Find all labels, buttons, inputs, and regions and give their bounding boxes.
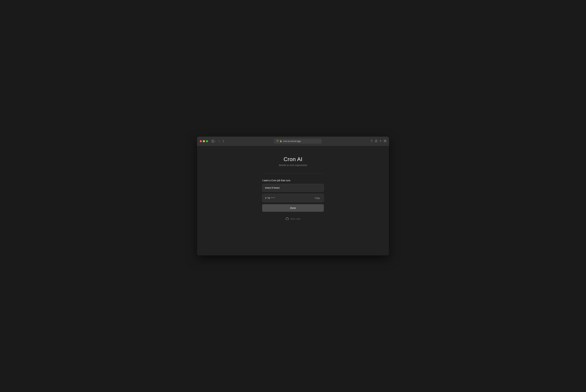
app-subtitle: Words to cron expression bbox=[279, 164, 307, 166]
browser-actions bbox=[371, 140, 386, 143]
browser-controls bbox=[211, 140, 225, 143]
svg-rect-4 bbox=[384, 140, 385, 141]
sidebar-toggle-button[interactable] bbox=[211, 140, 216, 142]
browser-content: Cron AI Words to cron expression I want … bbox=[197, 146, 389, 256]
tab-overview-button[interactable] bbox=[384, 140, 386, 142]
traffic-light-red[interactable] bbox=[200, 140, 202, 142]
address-bar-container: 🔒 cron-ai.vercel.app bbox=[227, 139, 368, 144]
done-button[interactable]: Done bbox=[262, 204, 324, 212]
share-button[interactable] bbox=[375, 140, 377, 143]
github-icon bbox=[286, 217, 289, 220]
url-text: cron-ai.vercel.app bbox=[283, 140, 301, 142]
svg-rect-7 bbox=[385, 141, 386, 142]
svg-rect-2 bbox=[211, 142, 214, 142]
lock-icon: 🔒 bbox=[280, 140, 282, 142]
form-container: I want a Cron job that runs 0 */6 * * * … bbox=[262, 179, 324, 220]
view-code-label: View code bbox=[290, 218, 300, 220]
svg-rect-5 bbox=[385, 140, 386, 141]
app-title: Cron AI bbox=[279, 156, 307, 162]
svg-rect-6 bbox=[384, 141, 385, 142]
reload-button[interactable] bbox=[371, 140, 373, 142]
address-bar[interactable]: 🔒 cron-ai.vercel.app bbox=[274, 139, 322, 144]
cron-description-input[interactable] bbox=[262, 184, 324, 192]
traffic-light-yellow[interactable] bbox=[203, 140, 205, 142]
app-header: Cron AI Words to cron expression bbox=[279, 156, 307, 166]
traffic-light-green[interactable] bbox=[206, 140, 208, 142]
shield-icon bbox=[276, 140, 278, 142]
cron-expression-value: 0 */6 * * * bbox=[265, 197, 275, 200]
view-code-link[interactable]: View code bbox=[286, 217, 300, 220]
browser-window: 🔒 cron-ai.vercel.app bbox=[197, 136, 389, 256]
form-label: I want a Cron job that runs bbox=[262, 179, 324, 182]
back-button[interactable] bbox=[217, 140, 221, 143]
new-tab-button[interactable] bbox=[379, 140, 382, 142]
cron-expression-output: 0 */6 * * * Copy bbox=[262, 194, 324, 202]
traffic-lights bbox=[200, 140, 208, 142]
browser-chrome: 🔒 cron-ai.vercel.app bbox=[197, 136, 389, 146]
forward-button[interactable] bbox=[222, 140, 225, 143]
copy-button[interactable]: Copy bbox=[314, 196, 321, 200]
svg-rect-0 bbox=[211, 140, 214, 140]
svg-rect-1 bbox=[211, 141, 214, 142]
